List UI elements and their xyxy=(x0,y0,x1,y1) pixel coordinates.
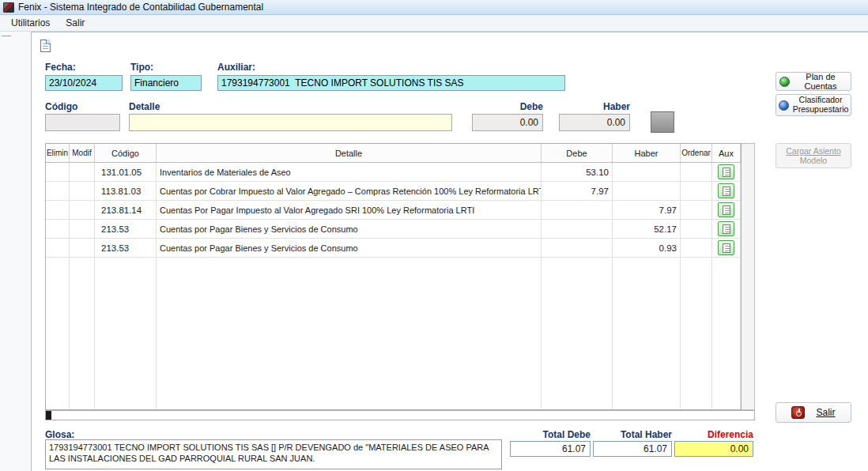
power-icon xyxy=(791,406,805,419)
entries-body: 131.01.05 Inventarios de Materiales de A… xyxy=(46,163,741,258)
detalle-label: Detalle xyxy=(129,101,160,112)
gray-action-button[interactable] xyxy=(651,111,674,133)
aux-button[interactable] xyxy=(718,240,734,255)
total-haber-value: 61.07 xyxy=(593,441,672,457)
new-entry-button[interactable] xyxy=(36,37,54,55)
fecha-label: Fecha: xyxy=(45,62,76,73)
modif-cell[interactable] xyxy=(70,163,95,181)
elimin-cell[interactable] xyxy=(46,182,70,200)
glosa-textarea[interactable]: 1793194773001 TECNO IMPORT SOLUTIONS TIS… xyxy=(45,439,502,469)
codigo-cell: 131.01.05 xyxy=(95,163,157,181)
auxiliar-input[interactable] xyxy=(217,75,565,91)
table-row[interactable]: 213.53 Cuentas por Pagar Bienes y Servic… xyxy=(46,239,741,258)
header-elimin: Elimin xyxy=(46,144,70,162)
codigo-label: Código xyxy=(45,101,77,112)
elimin-cell[interactable] xyxy=(46,239,70,257)
workspace: Fecha: Tipo: Auxiliar: Código Detalle De… xyxy=(0,32,868,471)
plan-de-cuentas-button[interactable]: Plan de Cuentas xyxy=(776,72,851,91)
menu-salir[interactable]: Salir xyxy=(59,16,91,30)
detalle-cell: Cuentas por Pagar Bienes y Servicios de … xyxy=(157,239,542,257)
modif-cell[interactable] xyxy=(70,220,95,238)
detalle-cell: Inventarios de Materiales de Aseo xyxy=(157,163,542,181)
haber-cell: 0.93 xyxy=(613,239,681,257)
table-row[interactable]: 213.53 Cuentas por Pagar Bienes y Servic… xyxy=(46,220,741,239)
elimin-cell[interactable] xyxy=(46,220,70,238)
modif-cell[interactable] xyxy=(70,239,95,257)
window-title: Fenix - Sistema Integrado de Contabilida… xyxy=(18,2,263,13)
haber-cell xyxy=(613,163,681,181)
codigo-input[interactable] xyxy=(45,114,120,131)
cargar-asiento-modelo-button: Cargar Asiento Modelo xyxy=(776,143,851,168)
ordenar-cell[interactable] xyxy=(681,220,712,238)
auxiliar-label: Auxiliar: xyxy=(217,62,255,73)
debe-cell xyxy=(542,201,613,219)
header-modif: Modif xyxy=(70,144,95,162)
salir-button-label: Salir xyxy=(816,407,835,418)
debe-cell: 53.10 xyxy=(542,163,613,181)
header-aux: Aux xyxy=(712,144,741,162)
salir-button[interactable]: Salir xyxy=(776,402,851,423)
detalle-input[interactable] xyxy=(129,114,452,131)
total-haber-label: Total Haber xyxy=(593,429,672,440)
aux-cell xyxy=(712,201,741,219)
horizontal-scrollbar[interactable] xyxy=(45,410,755,420)
debe-value-box[interactable]: 0.00 xyxy=(472,114,543,131)
header-ordenar: Ordenar xyxy=(681,144,712,162)
modif-cell[interactable] xyxy=(70,182,95,200)
aux-document-icon xyxy=(723,187,730,196)
aux-button[interactable] xyxy=(718,202,734,217)
ordenar-cell[interactable] xyxy=(681,201,712,219)
detalle-cell: Cuentas por Pagar Bienes y Servicios de … xyxy=(157,220,542,238)
title-bar: Fenix - Sistema Integrado de Contabilida… xyxy=(0,0,868,15)
horizontal-scrollbar-thumb[interactable] xyxy=(46,411,51,420)
total-debe-label: Total Debe xyxy=(510,429,591,440)
modif-cell[interactable] xyxy=(70,201,95,219)
blue-sphere-icon xyxy=(779,100,789,111)
detalle-cell: Cuentas por Cobrar Impuesto al Valor Agr… xyxy=(157,182,542,200)
aux-cell xyxy=(712,239,741,257)
detalle-cell: Cuentas Por Pagar Impuesto al Valor Agre… xyxy=(157,201,542,219)
app-window: Fenix - Sistema Integrado de Contabilida… xyxy=(0,0,868,471)
debe-cell: 7.97 xyxy=(542,182,613,200)
haber-cell xyxy=(613,182,681,200)
table-row[interactable]: 213.81.14 Cuentas Por Pagar Impuesto al … xyxy=(46,201,741,220)
aux-document-icon xyxy=(723,205,730,215)
left-strip xyxy=(0,32,32,471)
aux-button[interactable] xyxy=(718,221,734,236)
table-row[interactable]: 113.81.03 Cuentas por Cobrar Impuesto al… xyxy=(46,182,741,201)
elimin-cell[interactable] xyxy=(46,163,70,181)
ordenar-cell[interactable] xyxy=(681,182,712,200)
app-icon xyxy=(3,2,14,13)
tipo-input[interactable] xyxy=(130,75,202,91)
haber-label: Haber xyxy=(559,101,630,112)
ordenar-cell[interactable] xyxy=(681,239,712,257)
codigo-cell: 213.53 xyxy=(95,220,157,238)
header-debe: Debe xyxy=(542,144,613,162)
aux-document-icon xyxy=(723,168,730,177)
menu-utilitarios[interactable]: Utilitarios xyxy=(5,16,56,30)
total-debe-value: 61.07 xyxy=(510,441,591,457)
debe-label: Debe xyxy=(472,101,543,112)
ordenar-cell[interactable] xyxy=(681,163,712,181)
clasificador-presupuestario-button[interactable]: Clasificador Presupuestario xyxy=(776,94,851,116)
header-haber: Haber xyxy=(613,144,681,162)
haber-value-box[interactable]: 0.00 xyxy=(559,114,630,131)
cargar-asiento-label: Cargar Asiento Modelo xyxy=(786,146,840,165)
table-row[interactable]: 131.01.05 Inventarios de Materiales de A… xyxy=(46,163,741,182)
plan-de-cuentas-label: Plan de Cuentas xyxy=(794,72,847,91)
aux-document-icon xyxy=(723,243,730,253)
splitter-handle[interactable] xyxy=(2,36,11,38)
entries-grid: Elimin Modif Código Detalle Debe Haber O… xyxy=(45,143,742,410)
codigo-cell: 213.81.14 xyxy=(95,201,157,219)
aux-button[interactable] xyxy=(718,164,734,179)
header-detalle: Detalle xyxy=(157,144,542,162)
fecha-input[interactable] xyxy=(45,75,123,91)
aux-button[interactable] xyxy=(718,183,734,198)
vertical-scrollbar[interactable] xyxy=(742,143,755,410)
codigo-cell: 113.81.03 xyxy=(95,182,157,200)
aux-cell xyxy=(712,220,741,238)
header-codigo: Código xyxy=(95,144,157,162)
elimin-cell[interactable] xyxy=(46,201,70,219)
clasificador-label: Clasificador Presupuestario xyxy=(793,96,849,114)
diferencia-value: 0.00 xyxy=(674,441,753,457)
